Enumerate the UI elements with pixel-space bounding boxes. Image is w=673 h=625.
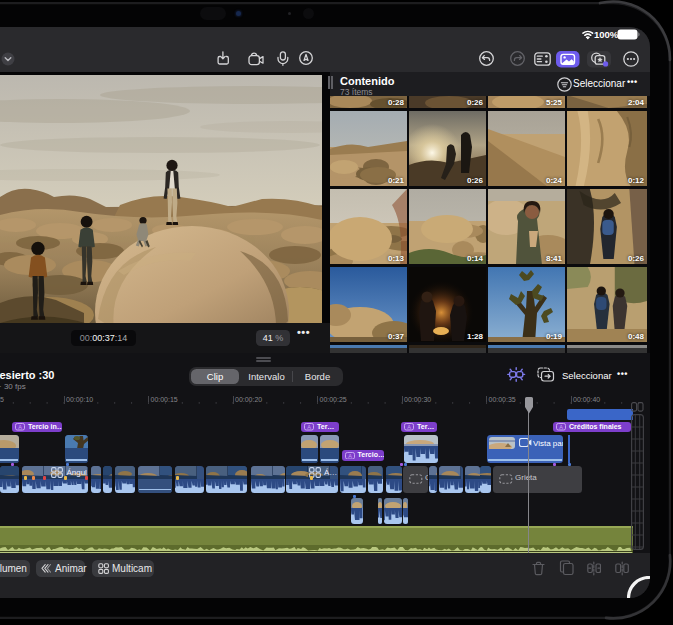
svg-text:A: A — [407, 424, 411, 430]
svg-text:A: A — [559, 424, 563, 430]
svg-text:A: A — [348, 452, 352, 458]
svg-text:A: A — [307, 424, 311, 430]
svg-text:A: A — [18, 424, 22, 430]
